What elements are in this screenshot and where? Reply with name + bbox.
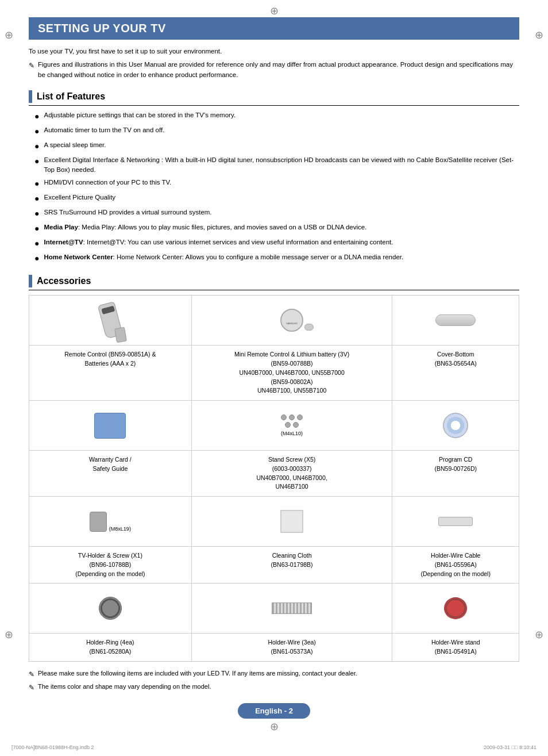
remote-image [33, 300, 188, 340]
list-item: ● Excellent Digital Interface & Networki… [34, 155, 519, 175]
cleaning-cloth-image [195, 501, 389, 542]
bullet-icon: ● [34, 208, 39, 220]
mini-remote-image [195, 300, 389, 340]
cover-bottom-icon [435, 314, 476, 326]
holder-wire-stand-image [396, 588, 515, 628]
list-item: ● Internet@TV: Internet@TV: You can use … [34, 237, 519, 250]
list-item: ● SRS TruSurround HD provides a virtual … [34, 208, 519, 220]
holder-wire-strip-icon [272, 603, 312, 614]
crosshair-right-bottom-icon: ⊕ [535, 628, 543, 641]
crosshair-top-icon: ⊕ [270, 5, 279, 17]
features-section-header: List of Features [29, 90, 519, 106]
section-bar-features [29, 90, 32, 103]
feature-text: Excellent Digital Interface & Networking… [44, 155, 519, 175]
screws-label: Stand Screw (X5)(6003-000337)UN40B7000, … [191, 451, 392, 497]
list-item: ● Automatic timer to turn the TV on and … [34, 125, 519, 137]
wire-holder-image [396, 501, 515, 542]
page-indicator-box: English - 2 [238, 703, 310, 719]
note-icon-footer-2: ✎ [29, 682, 34, 693]
table-row [29, 296, 519, 346]
bullet-icon: ● [34, 125, 39, 137]
crosshair-left-top-icon: ⊕ [5, 29, 13, 41]
table-row: TV-Holder & Screw (X1)(BN96-10788B)(Depe… [29, 547, 519, 584]
cover-bottom-img-cell [392, 296, 519, 346]
mini-remote-icon [280, 309, 303, 332]
warranty-card-icon [94, 413, 126, 439]
holder-wire-strip-image [195, 588, 389, 628]
mini-remote-label: Mini Remote Control & Lithium battery (3… [191, 346, 392, 401]
table-row: (M8xL19) [29, 497, 519, 547]
list-item: ● Media Play: Media Play: Allows you to … [34, 222, 519, 235]
warranty-label: Warranty Card /Safety Guide [29, 451, 192, 497]
holder-ring-img-cell [29, 584, 192, 634]
screws-icon: (M4xL10) [281, 415, 303, 436]
cd-label: Program CD(BN59-00726D) [392, 451, 519, 497]
holder-wire-strip-img-cell [191, 584, 392, 634]
holder-wire-stand-img-cell [392, 584, 519, 634]
bullet-icon: ● [34, 193, 39, 205]
cd-image [396, 405, 515, 446]
accessories-section-header: Accessories [29, 275, 519, 290]
footer-note-2-text: The items color and shape may vary depen… [38, 682, 211, 692]
feature-text: Automatic timer to turn the TV on and of… [44, 125, 164, 135]
feature-text: SRS TruSurround HD provides a virtual su… [44, 208, 211, 217]
screws-img-cell: (M4xL10) [191, 401, 392, 451]
feature-text: A special sleep timer. [44, 140, 106, 150]
feature-text: HDMI/DVI connection of your PC to this T… [44, 178, 171, 187]
features-title: List of Features [37, 91, 105, 102]
crosshair-bottom-icon: ⊕ [270, 720, 279, 733]
section-bar-accessories [29, 275, 32, 287]
table-row: Warranty Card /Safety Guide Stand Screw … [29, 451, 519, 497]
crosshair-left-bottom-icon: ⊕ [5, 628, 13, 641]
warranty-img-cell [29, 401, 192, 451]
list-item: ● Excellent Picture Quality [34, 193, 519, 205]
bullet-icon: ● [34, 155, 39, 167]
tv-holder-img-cell: (M8xL19) [29, 497, 192, 547]
bullet-icon: ● [34, 178, 39, 190]
list-item: ● A special sleep timer. [34, 140, 519, 152]
table-row [29, 584, 519, 634]
screws-image: (M4xL10) [195, 405, 389, 446]
page-indicator: English - 2 [29, 703, 519, 719]
feature-text: Internet@TV: Internet@TV: You can use va… [44, 237, 393, 247]
holder-ring-image [33, 588, 188, 628]
holder-wire-stand-label: Holder-Wire stand(BN61-05491A) [392, 634, 519, 662]
list-item: ● Adjustable picture settings that can b… [34, 110, 519, 122]
cover-bottom-label: Cover-Bottom(BN63-05654A) [392, 346, 519, 401]
cd-icon [443, 413, 468, 438]
features-list: ● Adjustable picture settings that can b… [29, 110, 519, 265]
list-item: ● HDMI/DVI connection of your PC to this… [34, 178, 519, 190]
table-row: Remote Control (BN59-00851A) &Batteries … [29, 346, 519, 401]
note-1-text: Figures and illustrations in this User M… [38, 60, 519, 80]
feature-text: Media Play: Media Play: Allows you to pl… [44, 222, 366, 232]
note-icon-1: ✎ [29, 60, 34, 71]
page-title: SETTING UP YOUR TV [29, 17, 519, 40]
remote-img-cell [29, 296, 192, 346]
accessories-table: Remote Control (BN59-00851A) &Batteries … [29, 295, 519, 662]
cleaning-cloth-label: Cleaning Cloth(BN63-01798B) [191, 547, 392, 584]
footer-date-info: 2009-03-31 □□ 8:10:41 [484, 745, 537, 750]
footer-notes: ✎ Please make sure the following items a… [29, 669, 519, 693]
bullet-icon: ● [34, 222, 39, 235]
remote-label: Remote Control (BN59-00851A) &Batteries … [29, 346, 192, 401]
list-item: ● Home Network Center: Home Network Cent… [34, 252, 519, 264]
tv-holder-image: (M8xL19) [33, 501, 188, 542]
feature-text: Adjustable picture settings that can be … [44, 110, 236, 120]
footer-file-info: [7000-NA]BN68-01988H-Eng.indb 2 [11, 745, 94, 750]
accessories-title: Accessories [37, 276, 91, 286]
cover-bottom-image [396, 300, 515, 340]
mini-remote-img-cell [191, 296, 392, 346]
note-icon-footer-1: ✎ [29, 669, 34, 680]
tv-holder-icon [90, 512, 107, 532]
wire-holder-icon [438, 517, 473, 526]
feature-text: Excellent Picture Quality [44, 193, 115, 202]
wire-holder-img-cell [392, 497, 519, 547]
tv-holder-label: TV-Holder & Screw (X1)(BN96-10788B)(Depe… [29, 547, 192, 584]
crosshair-right-top-icon: ⊕ [535, 29, 543, 41]
cd-img-cell [392, 401, 519, 451]
wire-holder-label: Holder-Wire Cable(BN61-05596A)(Depending… [392, 547, 519, 584]
table-row: (M4xL10) [29, 401, 519, 451]
feature-text: Home Network Center: Home Network Center… [44, 252, 403, 262]
holder-ring-icon [99, 597, 122, 620]
intro-text: To use your TV, you first have to set it… [29, 47, 519, 56]
